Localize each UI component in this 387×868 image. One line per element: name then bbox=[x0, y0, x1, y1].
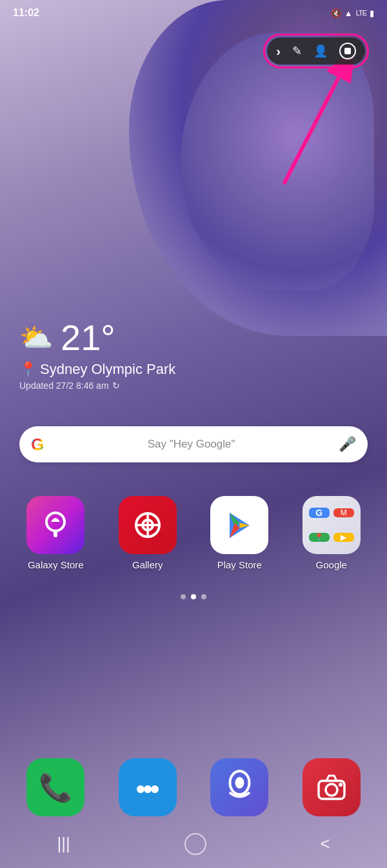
weather-location: 📍 Sydney Olympic Park bbox=[19, 361, 175, 378]
page-dot-1[interactable] bbox=[181, 594, 186, 599]
play-store-icon bbox=[210, 496, 268, 554]
signal-icon: LTE bbox=[356, 9, 366, 17]
weather-cloud-icon: ⛅ bbox=[19, 322, 53, 353]
home-button[interactable] bbox=[184, 833, 206, 855]
dock: 📞 bbox=[0, 758, 387, 816]
dock-item-bixby[interactable] bbox=[197, 758, 283, 816]
refresh-icon: ↻ bbox=[112, 380, 120, 391]
floral-decoration2 bbox=[181, 32, 374, 291]
back-button[interactable]: < bbox=[320, 834, 330, 854]
app-item-gallery[interactable]: Gallery bbox=[105, 496, 191, 570]
svg-point-19 bbox=[339, 783, 342, 787]
dock-item-phone[interactable]: 📞 bbox=[13, 758, 99, 816]
google-sub-g: G bbox=[309, 508, 330, 518]
wifi-icon: ▲ bbox=[344, 8, 353, 18]
stop-button[interactable] bbox=[339, 43, 356, 59]
status-time: 11:02 bbox=[13, 7, 39, 19]
recents-button[interactable]: ||| bbox=[57, 834, 70, 854]
camera-icon bbox=[303, 758, 361, 816]
page-dot-3[interactable] bbox=[201, 594, 206, 599]
svg-point-16 bbox=[235, 777, 244, 789]
svg-point-18 bbox=[326, 784, 337, 796]
bixby-icon bbox=[210, 758, 268, 816]
mic-icon[interactable]: 🎤 bbox=[339, 436, 356, 453]
google-folder-icon: G M 📍 ▶ bbox=[303, 496, 361, 554]
weather-temp: 21° bbox=[61, 316, 115, 358]
google-label: Google bbox=[316, 559, 347, 570]
search-placeholder: Say "Hey Google" bbox=[52, 438, 331, 451]
toolbar-pill: › ✎ 👤 bbox=[267, 37, 365, 65]
location-pin-icon: 📍 bbox=[19, 361, 37, 378]
google-sub-drive: ▶ bbox=[333, 533, 354, 542]
app-item-google[interactable]: G M 📍 ▶ Google bbox=[289, 496, 375, 570]
edit-button[interactable]: ✎ bbox=[292, 44, 302, 58]
contact-button[interactable]: 👤 bbox=[313, 44, 328, 58]
dock-item-camera[interactable] bbox=[289, 758, 375, 816]
status-icons: 🔇 ▲ LTE ▮ bbox=[331, 8, 374, 18]
google-logo: G bbox=[31, 435, 44, 455]
silent-icon: 🔇 bbox=[331, 8, 341, 18]
google-sub-gmail: M bbox=[333, 508, 354, 517]
svg-rect-3 bbox=[54, 530, 57, 537]
google-sub-maps: 📍 bbox=[309, 533, 330, 542]
svg-point-12 bbox=[137, 785, 144, 793]
battery-icon: ▮ bbox=[370, 8, 374, 18]
app-grid: Galaxy Store Gallery Play Store bbox=[0, 496, 387, 570]
svg-point-13 bbox=[144, 785, 152, 793]
gallery-label: Gallery bbox=[132, 559, 163, 570]
weather-widget: ⛅ 21° 📍 Sydney Olympic Park Updated 27/2… bbox=[19, 316, 175, 391]
messages-icon bbox=[119, 758, 177, 816]
dock-item-messages[interactable] bbox=[105, 758, 191, 816]
play-store-label: Play Store bbox=[217, 559, 262, 570]
app-item-galaxy-store[interactable]: Galaxy Store bbox=[13, 496, 99, 570]
galaxy-store-icon bbox=[26, 496, 84, 554]
status-bar: 11:02 🔇 ▲ LTE ▮ bbox=[0, 0, 387, 26]
page-indicators bbox=[0, 594, 387, 599]
toolbar-highlight-box: › ✎ 👤 bbox=[263, 34, 369, 68]
gallery-icon bbox=[119, 496, 177, 554]
search-bar[interactable]: G Say "Hey Google" 🎤 bbox=[19, 426, 368, 462]
svg-point-14 bbox=[151, 785, 159, 793]
forward-button[interactable]: › bbox=[276, 44, 281, 59]
phone-icon: 📞 bbox=[26, 758, 84, 816]
app-item-play-store[interactable]: Play Store bbox=[197, 496, 283, 570]
galaxy-store-label: Galaxy Store bbox=[28, 559, 84, 570]
weather-updated: Updated 27/2 8:46 am ↻ bbox=[19, 380, 175, 391]
page-dot-2[interactable] bbox=[191, 594, 196, 599]
nav-bar: ||| < bbox=[0, 823, 387, 868]
